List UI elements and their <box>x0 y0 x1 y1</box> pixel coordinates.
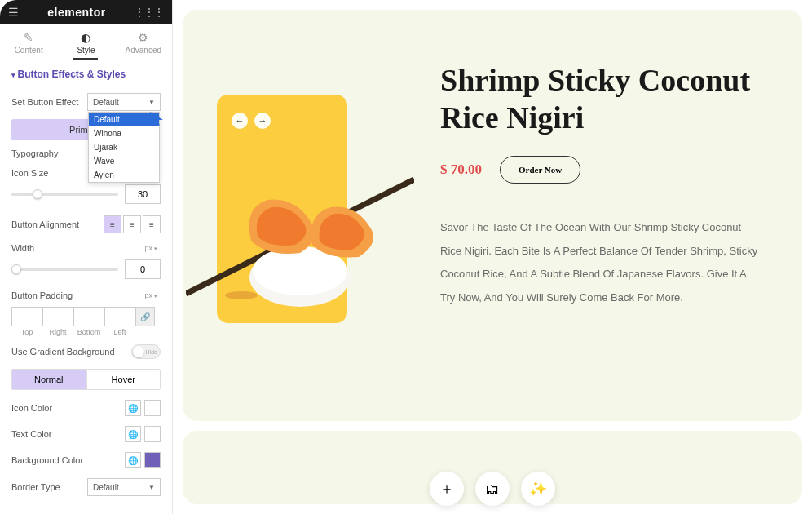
product-price: $ 70.00 <box>440 162 482 178</box>
canvas: ← → Shrimp Sticky Coconut Rice Nigiri $ … <box>173 0 812 514</box>
align-left-button[interactable]: ≡ <box>104 215 121 233</box>
add-button[interactable]: ＋ <box>430 472 464 506</box>
width-slider[interactable] <box>11 268 118 271</box>
text-color-swatch[interactable] <box>144 426 161 442</box>
row-text-color: Text Color 🌐 <box>0 421 172 447</box>
product-title: Shrimp Sticky Coconut Rice Nigiri <box>440 62 763 136</box>
global-color-icon[interactable]: 🌐 <box>125 400 141 416</box>
dropdown-item-ujarak[interactable]: Ujarak <box>89 140 159 154</box>
bottom-card: ＋ 🗂 ✨ <box>183 431 802 504</box>
tab-content[interactable]: ✎ Content <box>0 24 57 60</box>
ai-icon: ✨ <box>529 480 547 498</box>
apps-grid-icon[interactable]: ⋮⋮⋮ <box>135 7 164 18</box>
prev-arrow-button[interactable]: ← <box>232 113 248 129</box>
row-set-button-effect: Set Button Effect Default ▼ Default Wino… <box>0 88 172 116</box>
folder-icon: 🗂 <box>485 481 500 498</box>
slider-width <box>0 258 172 286</box>
select-button-effect[interactable]: Default ▼ Default Winona Ujarak Wave Ayl… <box>87 93 161 111</box>
logo: elementor <box>47 6 105 19</box>
row-gradient: Use Gradient Background Hide <box>0 339 172 364</box>
carousel-nav: ← → <box>232 113 271 129</box>
global-color-icon[interactable]: 🌐 <box>125 452 141 468</box>
alignment-buttons: ≡ ≡ ≡ <box>104 215 161 233</box>
slider-thumb[interactable] <box>33 189 42 199</box>
select-border-type[interactable]: Default ▼ <box>87 478 161 496</box>
tab-hover[interactable]: Hover <box>86 369 161 390</box>
padding-bottom-input[interactable] <box>73 307 104 326</box>
dropdown-item-aylen[interactable]: Aylen <box>89 168 159 182</box>
tab-normal[interactable]: Normal <box>11 369 86 390</box>
hamburger-icon[interactable]: ☰ <box>8 6 19 19</box>
caret-down-icon: ▼ <box>148 484 155 491</box>
link-padding-icon[interactable]: 🔗 <box>135 307 155 326</box>
floating-buttons: ＋ 🗂 ✨ <box>430 472 555 506</box>
controls-panel: Button Effects & Styles Set Button Effec… <box>0 60 172 514</box>
product-description: Savor The Taste Of The Ocean With Our Sh… <box>440 216 763 309</box>
icon-size-slider[interactable] <box>11 193 118 196</box>
svg-point-3 <box>225 291 258 299</box>
gear-icon: ⚙ <box>115 31 172 44</box>
caret-down-icon: ▼ <box>148 99 155 106</box>
dropdown-item-winona[interactable]: Winona <box>89 126 159 140</box>
padding-right-input[interactable] <box>42 307 73 326</box>
food-illustration <box>186 163 414 310</box>
plus-icon: ＋ <box>439 479 454 498</box>
padding-left-input[interactable] <box>104 307 135 326</box>
editor-tabs: ✎ Content ◐ Style ⚙ Advanced <box>0 24 172 60</box>
tab-style[interactable]: ◐ Style <box>57 24 114 60</box>
order-now-button[interactable]: Order Now <box>500 156 580 184</box>
width-input[interactable] <box>125 259 161 279</box>
style-icon: ◐ <box>57 31 114 44</box>
slider-icon-size <box>0 183 172 210</box>
section-button-effects[interactable]: Button Effects & Styles <box>0 60 172 88</box>
toggle-knob <box>133 346 144 357</box>
product-info: Shrimp Sticky Coconut Rice Nigiri $ 70.0… <box>440 42 763 310</box>
row-width: Width px <box>0 238 172 258</box>
folder-button[interactable]: 🗂 <box>475 472 510 506</box>
global-color-icon[interactable]: 🌐 <box>125 426 141 442</box>
cursor-pointer-icon <box>148 110 166 128</box>
row-padding: Button Padding px <box>0 286 172 305</box>
tab-advanced[interactable]: ⚙ Advanced <box>115 24 172 60</box>
icon-color-swatch[interactable] <box>144 400 161 416</box>
row-alignment: Button Alignment ≡ ≡ ≡ <box>0 210 172 238</box>
ai-button[interactable]: ✨ <box>521 472 555 506</box>
row-bg-color: Background Color 🌐 <box>0 447 172 473</box>
sidebar-panel: ☰ elementor ⋮⋮⋮ ✎ Content ◐ Style ⚙ Adva… <box>0 0 173 514</box>
bg-color-swatch[interactable] <box>144 452 161 468</box>
dropdown-item-wave[interactable]: Wave <box>89 154 159 168</box>
align-center-button[interactable]: ≡ <box>123 215 141 233</box>
pencil-icon: ✎ <box>0 31 57 44</box>
padding-top-input[interactable] <box>11 307 42 326</box>
gradient-toggle[interactable]: Hide <box>131 344 161 359</box>
row-icon-color: Icon Color 🌐 <box>0 395 172 421</box>
padding-inputs: 🔗 Top Right Bottom Left <box>0 305 172 339</box>
topbar: ☰ elementor ⋮⋮⋮ <box>0 0 172 24</box>
icon-size-input[interactable] <box>125 184 161 204</box>
next-arrow-button[interactable]: → <box>254 113 271 129</box>
product-card: ← → Shrimp Sticky Coconut Rice Nigiri $ … <box>183 10 802 421</box>
slider-thumb[interactable] <box>11 264 21 274</box>
align-right-button[interactable]: ≡ <box>143 215 161 233</box>
price-row: $ 70.00 Order Now <box>440 156 763 184</box>
normal-hover-tabs: Normal Hover <box>11 369 161 390</box>
row-border-type: Border Type Default ▼ <box>0 473 172 501</box>
